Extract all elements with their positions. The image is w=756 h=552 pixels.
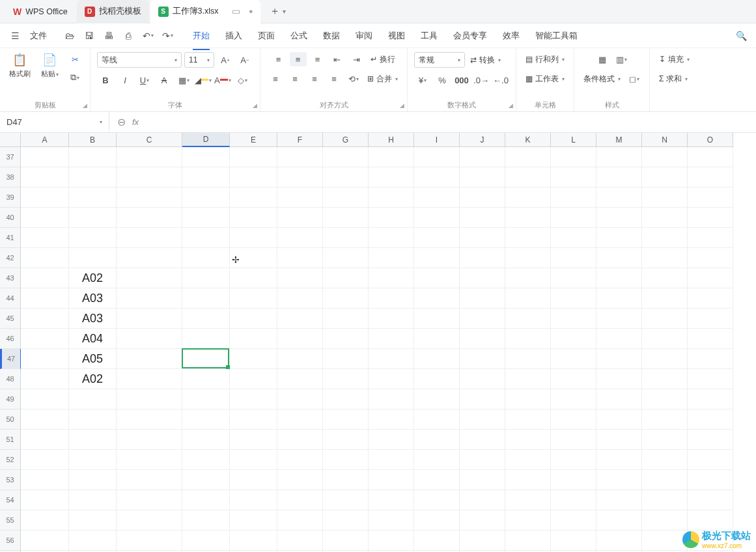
cell[interactable] (21, 470, 69, 490)
clear-format-button[interactable]: ◇▾ (234, 73, 251, 87)
col-header-N[interactable]: N (642, 133, 688, 147)
cell[interactable] (551, 450, 596, 470)
cell[interactable] (277, 510, 323, 531)
cell[interactable] (230, 531, 277, 551)
col-header-J[interactable]: J (460, 133, 505, 147)
worksheet-button[interactable]: ▦工作表▾ (523, 72, 567, 86)
cell[interactable] (369, 450, 414, 470)
cell[interactable] (642, 208, 688, 228)
indent-inc-button[interactable]: ⇥ (348, 52, 365, 66)
cell[interactable] (69, 430, 117, 450)
cell[interactable] (642, 470, 688, 490)
redo-icon[interactable]: ↷▾ (159, 27, 176, 44)
cell[interactable] (688, 288, 733, 309)
cell[interactable] (642, 248, 688, 268)
halign-center-button[interactable]: ≡ (287, 72, 303, 86)
cell[interactable] (642, 430, 688, 450)
cell[interactable] (642, 147, 688, 167)
cell[interactable] (323, 288, 369, 309)
cell[interactable] (414, 389, 460, 409)
clipboard-launcher-icon[interactable]: ◢ (83, 102, 87, 109)
cell[interactable] (414, 369, 460, 389)
tab-insert[interactable]: 插入 (219, 26, 249, 46)
align-launcher-icon[interactable]: ◢ (400, 102, 404, 109)
cell[interactable] (21, 329, 69, 349)
cell[interactable] (505, 329, 551, 349)
cell[interactable] (551, 248, 596, 268)
cell[interactable] (323, 228, 369, 248)
cell[interactable] (505, 470, 551, 490)
tab-member[interactable]: 会员专享 (447, 26, 494, 46)
cell[interactable] (117, 329, 182, 349)
chevron-down-icon[interactable]: ▾ (100, 119, 102, 125)
row-header[interactable]: 48 (0, 369, 21, 389)
cell[interactable] (182, 147, 230, 167)
file-menu[interactable]: 文件 (26, 30, 51, 42)
print-preview-icon[interactable]: ⎙ (120, 27, 137, 44)
new-tab-button[interactable]: ＋ ▾ (262, 0, 294, 23)
search-icon[interactable]: 🔍 (733, 27, 749, 44)
italic-button[interactable]: I (117, 73, 133, 87)
row-header[interactable]: 56 (0, 531, 21, 551)
col-header-I[interactable]: I (414, 133, 460, 147)
cell[interactable] (182, 389, 230, 409)
cell[interactable] (688, 409, 733, 430)
cell[interactable] (688, 147, 733, 167)
font-launcher-icon[interactable]: ◢ (253, 102, 257, 109)
cell[interactable] (688, 187, 733, 208)
fill-button[interactable]: ↧填充▾ (656, 52, 692, 66)
cell[interactable] (505, 349, 551, 369)
cell[interactable] (596, 531, 642, 551)
open-folder-icon[interactable]: 🗁 (61, 27, 78, 44)
font-size-select[interactable]: 11▾ (184, 52, 214, 68)
cell[interactable] (596, 268, 642, 288)
merge-button[interactable]: ⊞合并▾ (365, 72, 400, 86)
number-format-select[interactable]: 常规▾ (414, 52, 465, 68)
cell[interactable] (551, 268, 596, 288)
cell-style-button[interactable]: ▦ (594, 52, 611, 66)
cell[interactable] (505, 389, 551, 409)
cell[interactable] (551, 228, 596, 248)
cell[interactable] (117, 389, 182, 409)
cell[interactable] (117, 228, 182, 248)
cell[interactable] (596, 510, 642, 531)
cell[interactable] (117, 208, 182, 228)
cell[interactable] (596, 470, 642, 490)
cell[interactable] (21, 450, 69, 470)
app-tab-template[interactable]: D 找稻壳模板 (77, 0, 149, 23)
row-header[interactable]: 51 (0, 430, 21, 450)
cell[interactable] (551, 510, 596, 531)
cell[interactable] (460, 147, 505, 167)
cell[interactable] (505, 409, 551, 430)
tab-review[interactable]: 审阅 (349, 26, 379, 46)
cell[interactable] (688, 389, 733, 409)
col-header-G[interactable]: G (323, 133, 369, 147)
cell[interactable] (369, 349, 414, 369)
cell[interactable] (69, 531, 117, 551)
valign-middle-button[interactable]: ≡ (290, 52, 307, 66)
row-header[interactable]: 37 (0, 147, 21, 167)
cell[interactable] (688, 430, 733, 450)
cell[interactable] (369, 531, 414, 551)
tab-formula[interactable]: 公式 (284, 26, 314, 46)
cell[interactable]: A02 (69, 268, 117, 288)
cell[interactable] (182, 450, 230, 470)
cell[interactable] (182, 430, 230, 450)
cell[interactable] (277, 248, 323, 268)
cell[interactable] (230, 167, 277, 187)
cell[interactable] (414, 187, 460, 208)
cell[interactable] (460, 167, 505, 187)
cell[interactable] (369, 147, 414, 167)
cell[interactable] (323, 329, 369, 349)
comma-button[interactable]: 000 (453, 73, 470, 87)
cell[interactable] (688, 369, 733, 389)
cell[interactable] (460, 208, 505, 228)
fx-icon[interactable]: fx (132, 117, 139, 127)
cell[interactable] (460, 450, 505, 470)
cell[interactable]: A03 (69, 309, 117, 329)
cancel-fx-icon[interactable]: ⊖ (117, 116, 126, 128)
cell[interactable] (642, 369, 688, 389)
cell[interactable] (688, 470, 733, 490)
cell[interactable] (551, 490, 596, 510)
cell[interactable] (69, 490, 117, 510)
